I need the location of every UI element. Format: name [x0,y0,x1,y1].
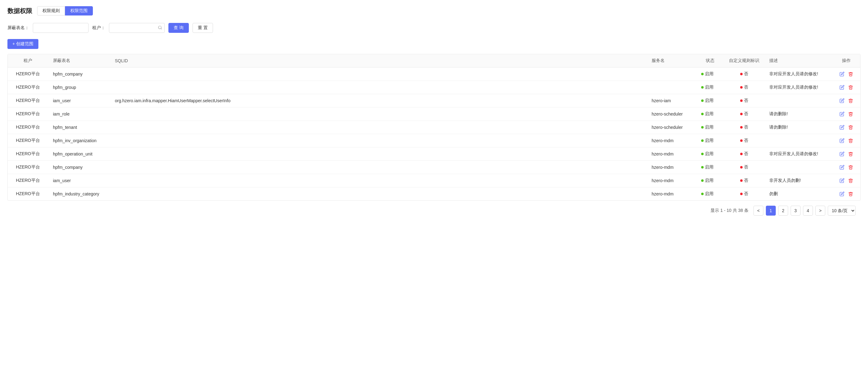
cell-sqlid [110,134,647,147]
delete-btn[interactable] [848,178,853,183]
query-button[interactable]: 查 询 [168,23,189,33]
cell-sqlid [110,67,647,81]
edit-btn[interactable] [839,98,844,103]
status-dot-green [701,193,704,195]
col-header-custom: 自定义规则标识 [724,54,764,67]
table-row: HZERO平台hpfm_operation_unithzero-mdm启用否非对… [8,147,860,161]
cell-custom-rule: 否 [724,134,764,147]
table-row: HZERO平台hpfm_inv_organizationhzero-mdm启用否 [8,134,860,147]
page-4-btn[interactable]: 4 [803,206,813,215]
delete-btn[interactable] [848,151,853,156]
delete-btn[interactable] [848,71,853,77]
cell-desc: 非对应开发人员请勿修改! [764,81,832,94]
status-dot-green [701,126,704,128]
cell-custom-rule: 否 [724,94,764,108]
cell-custom-rule: 否 [724,81,764,94]
pagination: 显示 1 - 10 共 38 条 < 1 2 3 4 > 10 条/页 20 条… [7,201,861,221]
table-row: HZERO平台hpfm_company启用否非对应开发人员请勿修改! [8,67,860,81]
custom-rule-dot-red [740,139,743,142]
status-dot-green [701,86,704,89]
page-info: 显示 1 - 10 共 38 条 [710,208,748,213]
cell-status: 启用 [696,94,724,108]
page-3-btn[interactable]: 3 [790,206,801,215]
table-row: HZERO平台hpfm_companyhzero-mdm启用否 [8,161,860,174]
page-title: 数据权限 [7,7,32,15]
delete-btn[interactable] [848,98,853,103]
svg-line-1 [161,28,162,29]
cell-sqlid [110,121,647,134]
custom-rule-dot-red [740,86,743,89]
col-header-sqlid: SQLID [110,54,647,67]
tab-scope[interactable]: 权限范围 [65,6,93,16]
cell-table-name: hpfm_company [48,161,110,174]
status-dot-green [701,73,704,75]
edit-btn[interactable] [839,71,844,77]
cell-custom-rule: 否 [724,147,764,161]
tenant-input-wrap [109,23,165,33]
reset-button[interactable]: 重 置 [192,23,213,33]
cell-service: hzero-mdm [647,174,696,187]
cell-tenant: HZERO平台 [8,147,48,161]
cell-action [832,94,860,108]
cell-service: hzero-mdm [647,147,696,161]
delete-btn[interactable] [848,192,853,196]
edit-btn[interactable] [839,85,844,90]
cell-status: 启用 [696,174,724,187]
cell-action [832,121,860,134]
edit-btn[interactable] [839,138,844,143]
edit-btn[interactable] [839,165,844,170]
cell-custom-rule: 否 [724,108,764,121]
table-row: HZERO平台iam_rolehzero-scheduler启用否请勿删除! [8,108,860,121]
col-header-action: 操作 [832,54,860,67]
cell-action [832,81,860,94]
prev-page-btn[interactable]: < [753,206,763,215]
tenant-search-icon-btn[interactable] [158,25,162,31]
cell-service: hzero-scheduler [647,121,696,134]
delete-btn[interactable] [848,165,853,170]
page-2-btn[interactable]: 2 [778,206,788,215]
edit-btn[interactable] [839,178,844,183]
edit-btn[interactable] [839,112,844,116]
next-page-btn[interactable]: > [815,206,825,215]
cell-desc [764,94,832,108]
edit-btn[interactable] [839,125,844,130]
create-scope-button[interactable]: + 创建范围 [7,39,38,49]
cell-action [832,174,860,187]
cell-table-name: iam_user [48,174,110,187]
status-dot-green [701,179,704,182]
cell-sqlid [110,81,647,94]
cell-service: hzero-mdm [647,161,696,174]
cell-service: hzero-scheduler [647,108,696,121]
cell-sqlid [110,147,647,161]
cell-custom-rule: 否 [724,174,764,187]
cell-desc: 非对应开发人员请勿修改! [764,147,832,161]
cell-table-name: hpfm_group [48,81,110,94]
cell-table-name: hpfm_company [48,67,110,81]
table-name-input[interactable] [33,23,89,33]
cell-tenant: HZERO平台 [8,161,48,174]
edit-btn[interactable] [839,151,844,156]
cell-tenant: HZERO平台 [8,174,48,187]
delete-btn[interactable] [848,138,853,143]
page-size-select[interactable]: 10 条/页 20 条/页 50 条/页 [828,206,856,215]
cell-table-name: hpfm_operation_unit [48,147,110,161]
delete-btn[interactable] [848,112,853,116]
delete-btn[interactable] [848,125,853,130]
cell-desc: 非开发人员勿删! [764,174,832,187]
edit-btn[interactable] [839,192,844,196]
cell-tenant: HZERO平台 [8,121,48,134]
cell-desc: 非对应开发人员请勿修改! [764,67,832,81]
custom-rule-dot-red [740,179,743,182]
cell-service [647,81,696,94]
cell-tenant: HZERO平台 [8,108,48,121]
cell-sqlid [110,161,647,174]
tab-rules[interactable]: 权限规则 [37,6,65,16]
page-1-btn[interactable]: 1 [766,206,776,215]
cell-desc [764,161,832,174]
status-dot-green [701,153,704,155]
status-dot-green [701,166,704,169]
delete-btn[interactable] [848,85,853,90]
status-dot-green [701,99,704,102]
cell-status: 启用 [696,67,724,81]
tenant-input[interactable] [109,23,165,33]
